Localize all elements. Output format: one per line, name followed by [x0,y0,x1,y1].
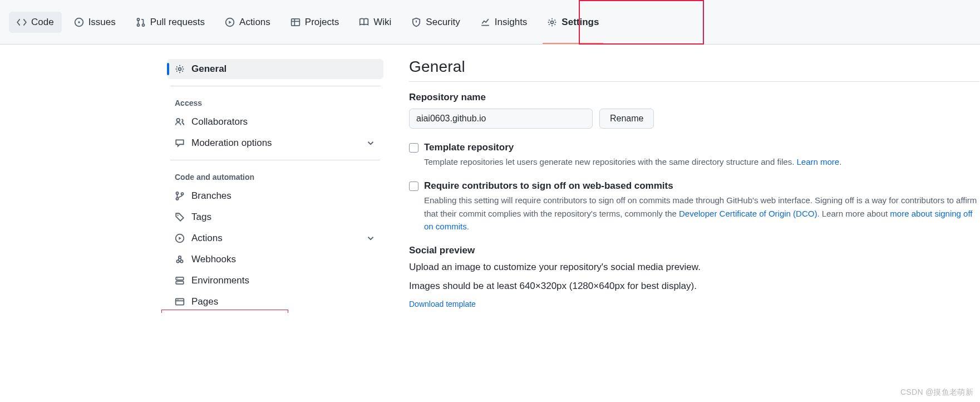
svg-point-16 [180,260,183,263]
signoff-description: Enabling this setting will require contr… [424,194,979,233]
people-icon [175,117,185,127]
tab-label: Security [426,17,460,27]
code-icon [17,17,27,27]
svg-point-10 [176,192,178,194]
sidebar-heading-code: Code and automation [167,167,383,185]
svg-point-20 [177,278,178,279]
tab-label: Issues [88,17,116,27]
tab-label: Projects [305,17,339,27]
tab-label: Settings [562,17,599,27]
tab-insights[interactable]: Insights [472,12,535,33]
sidebar-item-label: Environments [191,275,249,286]
template-repo-description: Template repositories let users generate… [424,155,979,168]
svg-point-11 [176,198,178,200]
tab-issues[interactable]: Issues [66,12,124,33]
branch-icon [175,191,185,201]
tab-label: Pull requests [150,17,205,27]
svg-point-8 [179,68,181,71]
sidebar-item-label: Tags [191,212,211,223]
tab-projects[interactable]: Projects [283,12,347,33]
sidebar-item-label: General [191,63,226,75]
tab-code[interactable]: Code [9,12,62,33]
book-icon [359,17,369,27]
sidebar-item-tags[interactable]: Tags [167,207,383,227]
svg-rect-22 [176,298,184,305]
download-template-link[interactable]: Download template [409,300,476,308]
gear-icon [175,64,185,74]
settings-content: General Repository name Rename Template … [392,58,979,313]
sidebar-item-webhooks[interactable]: Webhooks [167,249,383,269]
svg-rect-18 [176,277,184,280]
svg-point-21 [177,282,178,283]
page-title: General [409,58,979,82]
rename-button[interactable]: Rename [599,109,654,129]
learn-more-link[interactable]: Learn more [796,157,839,166]
sidebar-item-environments[interactable]: Environments [167,271,383,291]
comment-icon [175,138,185,148]
svg-point-23 [177,300,178,300]
divider [170,160,380,160]
template-repo-label: Template repository [424,142,514,153]
divider [170,86,380,86]
tab-label: Actions [239,17,270,27]
svg-point-17 [179,256,181,259]
social-preview-desc2: Images should be at least 640×320px (128… [409,281,979,292]
sidebar-item-collaborators[interactable]: Collaborators [167,112,383,132]
tab-security[interactable]: Security [403,12,467,33]
issues-icon [74,17,84,27]
svg-point-9 [176,119,180,122]
svg-point-24 [178,300,179,300]
sidebar-item-general[interactable]: General [167,59,383,79]
sidebar-item-label: Collaborators [191,116,248,128]
svg-point-3 [137,24,139,26]
repo-tabs: Code Issues Pull requests Actions Projec… [0,0,980,45]
sidebar-item-moderation[interactable]: Moderation options [167,133,383,153]
svg-rect-19 [176,281,184,284]
tab-label: Code [31,17,54,27]
svg-point-15 [176,260,179,263]
table-icon [290,17,301,27]
svg-point-4 [142,24,144,26]
repo-name-input[interactable] [409,109,593,129]
pull-request-icon [136,17,146,27]
svg-point-7 [551,21,554,23]
tab-label: Insights [495,17,528,27]
sidebar-heading-access: Access [167,93,383,111]
sidebar-item-label: Webhooks [191,254,236,265]
social-preview-heading: Social preview [409,245,979,256]
signoff-label: Require contributors to sign off on web-… [424,180,673,192]
svg-point-12 [181,193,183,195]
sidebar-item-label: Branches [191,190,232,202]
social-preview-desc1: Upload an image to customize your reposi… [409,262,979,273]
tab-label: Wiki [373,17,391,27]
play-circle-icon [175,233,185,243]
tab-settings[interactable]: Settings [539,12,607,33]
chevron-down-icon [366,233,376,243]
sidebar-item-label: Pages [191,296,218,307]
sidebar-item-branches[interactable]: Branches [167,186,383,206]
template-repo-checkbox[interactable] [409,143,418,153]
shield-icon [411,17,421,27]
svg-rect-6 [292,18,300,25]
svg-point-13 [178,215,179,216]
sidebar-item-label: Actions [191,233,223,244]
signoff-checkbox[interactable] [409,182,418,191]
sidebar-item-label: Moderation options [191,138,272,149]
browser-icon [175,297,185,307]
tab-wiki[interactable]: Wiki [351,12,399,33]
svg-point-2 [137,18,139,20]
svg-point-1 [78,21,80,23]
repo-name-label: Repository name [409,92,979,103]
server-icon [175,276,185,286]
graph-icon [480,17,490,27]
chevron-down-icon [366,138,376,148]
tab-actions[interactable]: Actions [217,12,278,33]
sidebar-item-pages[interactable]: Pages [167,292,383,312]
tab-pull-requests[interactable]: Pull requests [128,12,213,33]
play-circle-icon [225,17,235,27]
settings-sidebar: General Access Collaborators Moderation … [167,58,392,313]
gear-icon [547,17,557,27]
sidebar-item-actions[interactable]: Actions [167,228,383,248]
dco-link[interactable]: Developer Certificate of Origin (DCO) [679,209,817,218]
webhook-icon [175,254,185,264]
